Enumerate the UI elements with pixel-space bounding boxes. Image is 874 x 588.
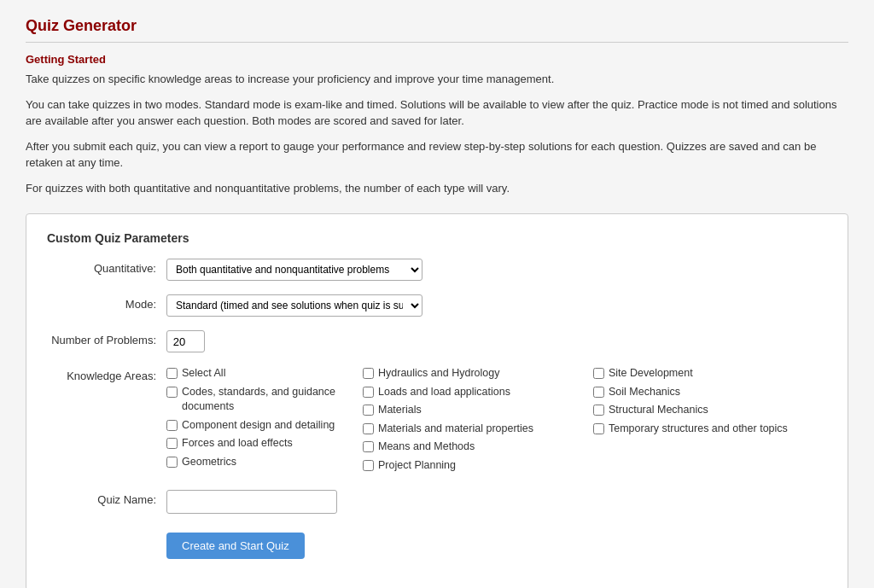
checkbox-loads-label: Loads and load applications (378, 385, 510, 400)
checkbox-hydraulics-input[interactable] (363, 368, 374, 379)
create-button-spacer (47, 527, 166, 531)
checkbox-hydraulics: Hydraulics and Hydrology (363, 366, 585, 381)
checkbox-structural-mechanics: Structural Mechanics (593, 403, 798, 418)
checkbox-soil-mechanics: Soil Mechanics (593, 385, 798, 400)
quiz-name-label: Quiz Name: (47, 490, 166, 506)
checkbox-materials-properties: Materials and material properties (363, 422, 585, 437)
knowledge-col-3: Site Development Soil Mechanics Structur… (593, 366, 798, 476)
number-input-wrap (166, 330, 827, 352)
mode-label: Mode: (47, 294, 166, 311)
quantitative-select[interactable]: Both quantitative and nonquantitative pr… (166, 259, 422, 281)
knowledge-areas-row: Knowledge Areas: Select All Codes, stand… (47, 366, 827, 476)
getting-started-heading: Getting Started (26, 53, 848, 66)
checkbox-project-planning-label: Project Planning (378, 458, 456, 474)
checkbox-means-methods-input[interactable] (363, 441, 374, 452)
checkbox-temporary-structures: Temporary structures and other topics (593, 422, 798, 437)
create-button-area: Create and Start Quiz (166, 527, 827, 559)
checkbox-select-all-label: Select All (182, 366, 225, 381)
create-button-row: Create and Start Quiz (47, 527, 827, 559)
checkbox-structural-mechanics-input[interactable] (593, 405, 604, 416)
page-title: Quiz Generator (26, 17, 848, 43)
quiz-name-control (166, 490, 827, 514)
quiz-name-row: Quiz Name: (47, 490, 827, 514)
checkbox-forces-label: Forces and load effects (182, 436, 293, 451)
checkbox-codes: Codes, standards, and guidance documents (166, 385, 354, 415)
knowledge-areas-control: Select All Codes, standards, and guidanc… (166, 366, 827, 476)
checkbox-site-development-label: Site Development (609, 366, 693, 381)
checkbox-structural-mechanics-label: Structural Mechanics (609, 403, 708, 418)
checkbox-component-design: Component design and detailing (166, 418, 354, 434)
checkbox-materials-properties-input[interactable] (363, 423, 374, 434)
num-problems-input[interactable] (166, 330, 205, 352)
checkbox-forces: Forces and load effects (166, 436, 354, 451)
quantitative-control: Both quantitative and nonquantitative pr… (166, 259, 827, 281)
checkbox-geometrics: Geometrics (166, 455, 354, 470)
intro-line-1: Take quizzes on specific knowledge areas… (26, 71, 848, 88)
checkbox-select-all-input[interactable] (166, 368, 178, 379)
checkbox-loads: Loads and load applications (363, 385, 585, 400)
checkbox-means-methods-label: Means and Methods (378, 440, 475, 455)
intro-line-2: You can take quizzes in two modes. Stand… (26, 96, 848, 130)
checkbox-component-design-input[interactable] (166, 420, 178, 431)
knowledge-col-2: Hydraulics and Hydrology Loads and load … (363, 366, 585, 476)
checkbox-materials-properties-label: Materials and material properties (378, 422, 533, 437)
checkbox-loads-input[interactable] (363, 387, 374, 398)
num-problems-row: Number of Problems: (47, 330, 827, 352)
checkbox-hydraulics-label: Hydraulics and Hydrology (378, 366, 499, 381)
checkbox-temporary-structures-input[interactable] (593, 423, 604, 434)
knowledge-areas-label: Knowledge Areas: (47, 366, 166, 382)
num-problems-control (166, 330, 827, 352)
checkbox-temporary-structures-label: Temporary structures and other topics (609, 422, 788, 437)
checkbox-soil-mechanics-input[interactable] (593, 387, 604, 398)
create-start-quiz-button[interactable]: Create and Start Quiz (166, 533, 305, 559)
quantitative-label: Quantitative: (47, 259, 166, 275)
checkbox-soil-mechanics-label: Soil Mechanics (609, 385, 680, 400)
checkbox-codes-input[interactable] (166, 387, 178, 398)
mode-select[interactable]: Standard (timed and see solutions when q… (166, 294, 422, 317)
checkbox-forces-input[interactable] (166, 438, 178, 449)
mode-control: Standard (timed and see solutions when q… (166, 294, 827, 317)
quiz-box-title: Custom Quiz Parameters (47, 231, 827, 245)
checkbox-geometrics-label: Geometrics (182, 455, 236, 470)
quiz-name-input[interactable] (166, 490, 337, 514)
custom-quiz-parameters-box: Custom Quiz Parameters Quantitative: Bot… (26, 213, 848, 588)
quantitative-row: Quantitative: Both quantitative and nonq… (47, 259, 827, 281)
checkbox-materials: Materials (363, 403, 585, 418)
checkbox-select-all: Select All (166, 366, 354, 381)
mode-row: Mode: Standard (timed and see solutions … (47, 294, 827, 317)
checkbox-project-planning-input[interactable] (363, 460, 374, 471)
intro-line-3: After you submit each quiz, you can view… (26, 138, 848, 172)
checkbox-geometrics-input[interactable] (166, 457, 178, 468)
checkbox-project-planning: Project Planning (363, 458, 585, 474)
checkbox-component-design-label: Component design and detailing (182, 418, 335, 434)
checkbox-site-development-input[interactable] (593, 368, 604, 379)
intro-line-4: For quizzes with both quantitative and n… (26, 180, 848, 197)
checkbox-materials-input[interactable] (363, 405, 374, 416)
checkbox-codes-label: Codes, standards, and guidance documents (182, 385, 354, 415)
knowledge-areas-grid: Select All Codes, standards, and guidanc… (166, 366, 827, 476)
checkbox-means-methods: Means and Methods (363, 440, 585, 455)
checkbox-materials-label: Materials (378, 403, 422, 418)
num-problems-label: Number of Problems: (47, 330, 166, 346)
checkbox-site-development: Site Development (593, 366, 798, 381)
knowledge-col-1: Select All Codes, standards, and guidanc… (166, 366, 354, 476)
